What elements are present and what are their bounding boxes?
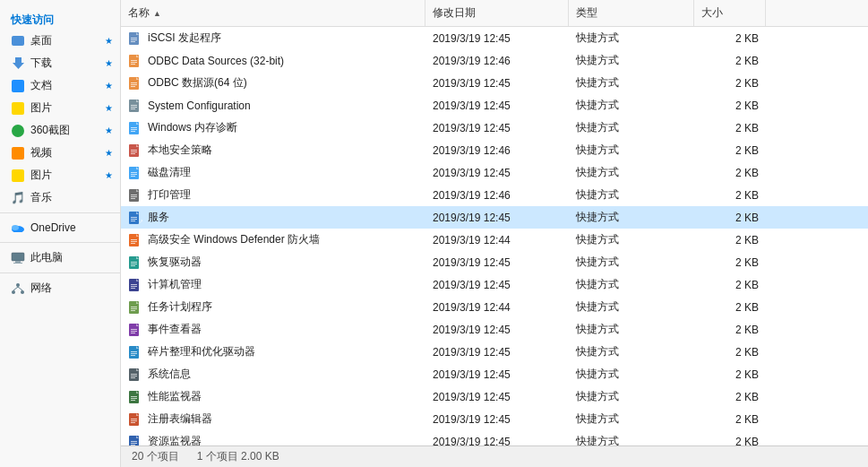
svg-rect-88 xyxy=(131,310,135,311)
file-icon-14: ↗ xyxy=(128,345,142,359)
table-row[interactable]: ↗ ODBC 数据源(64 位) 2019/3/19 12:45 快捷方式 2 … xyxy=(121,72,868,94)
cell-type-8: 快捷方式 xyxy=(569,208,694,227)
svg-rect-45 xyxy=(131,151,137,152)
cell-size-17: 2 KB xyxy=(694,411,766,428)
file-name-12: 任务计划程序 xyxy=(148,299,212,315)
cell-date-5: 2019/3/19 12:46 xyxy=(425,143,569,159)
table-row[interactable]: ↗ 磁盘清理 2019/3/19 12:45 快捷方式 2 KB xyxy=(121,161,868,184)
table-row[interactable]: ↗ 本地安全策略 2019/3/19 12:46 快捷方式 2 KB xyxy=(121,139,868,161)
cell-name-5: ↗ 本地安全策略 xyxy=(121,141,425,160)
svg-text:↗: ↗ xyxy=(139,129,142,134)
sidebar-item-network[interactable]: 网络 xyxy=(0,277,120,299)
svg-rect-56 xyxy=(131,195,137,195)
col-header-type[interactable]: 类型 xyxy=(569,0,694,26)
file-name-17: 注册表编辑器 xyxy=(148,411,212,427)
sidebar: 快速访问 桌面 ★ 下载 ★ 文档 ★ 图片 ★ 360截图 ★ 视频 ★ 图片… xyxy=(0,0,121,467)
sidebar-item-video[interactable]: 视频 ★ xyxy=(0,142,120,164)
cell-date-4: 2019/3/19 12:45 xyxy=(425,120,569,136)
sidebar-item-download[interactable]: 下载 ★ xyxy=(0,52,120,74)
table-row[interactable]: ↗ 事件查看器 2019/3/19 12:45 快捷方式 2 KB xyxy=(121,318,868,341)
file-icon-10: ↗ xyxy=(128,255,142,270)
svg-rect-32 xyxy=(131,105,137,106)
cell-size-2: 2 KB xyxy=(694,75,766,91)
table-row[interactable]: ↗ 注册表编辑器 2019/3/19 12:45 快捷方式 2 KB xyxy=(121,408,868,430)
svg-rect-75 xyxy=(131,264,137,264)
file-name-16: 性能监视器 xyxy=(148,389,202,404)
file-name-9: 高级安全 Windows Defender 防火墙 xyxy=(148,232,320,247)
svg-text:↗: ↗ xyxy=(139,353,142,359)
cell-name-15: ↗ 系统信息 xyxy=(121,365,425,384)
file-icon-0: ↗ xyxy=(128,31,142,46)
table-row[interactable]: ↗ 服务 2019/3/19 12:45 快捷方式 2 KB xyxy=(121,206,868,229)
sidebar-label-desktop: 桌面 xyxy=(30,33,52,48)
pin-icon-pics: ★ xyxy=(105,103,113,113)
svg-text:↗: ↗ xyxy=(139,331,142,336)
table-row[interactable]: ↗ 系统信息 2019/3/19 12:45 快捷方式 2 KB xyxy=(121,363,868,385)
cell-name-12: ↗ 任务计划程序 xyxy=(121,298,425,316)
cell-size-7: 2 KB xyxy=(694,187,766,203)
svg-point-9 xyxy=(21,290,24,294)
sidebar-item-pics[interactable]: 图片 ★ xyxy=(0,97,120,119)
svg-marker-0 xyxy=(13,57,24,69)
svg-point-7 xyxy=(16,283,20,287)
file-name-14: 碎片整理和优化驱动器 xyxy=(148,344,255,359)
sidebar-item-docs[interactable]: 文档 ★ xyxy=(0,74,120,97)
sidebar-item-music[interactable]: 🎵 音乐 xyxy=(0,186,120,209)
cell-name-1: ↗ ODBC Data Sources (32-bit) xyxy=(121,52,425,70)
svg-text:↗: ↗ xyxy=(139,420,142,426)
table-row[interactable]: ↗ 任务计划程序 2019/3/19 12:44 快捷方式 2 KB xyxy=(121,296,868,318)
sidebar-item-pics2[interactable]: 图片 ★ xyxy=(0,164,120,186)
svg-rect-16 xyxy=(131,41,135,42)
table-row[interactable]: ↗ 资源监视器 2019/3/19 12:45 快捷方式 2 KB xyxy=(121,430,868,445)
table-row[interactable]: ↗ iSCSI 发起程序 2019/3/19 12:45 快捷方式 2 KB xyxy=(121,27,868,49)
table-row[interactable]: ↗ Windows 内存诊断 2019/3/19 12:45 快捷方式 2 KB xyxy=(121,117,868,139)
svg-rect-52 xyxy=(131,176,135,177)
file-icon-12: ↗ xyxy=(128,300,142,315)
table-row[interactable]: ↗ 恢复驱动器 2019/3/19 12:45 快捷方式 2 KB xyxy=(121,251,868,273)
cell-date-11: 2019/3/19 12:45 xyxy=(425,277,569,293)
file-name-2: ODBC 数据源(64 位) xyxy=(148,75,247,91)
table-row[interactable]: ↗ 性能监视器 2019/3/19 12:45 快捷方式 2 KB xyxy=(121,385,868,408)
file-icon-8: ↗ xyxy=(128,211,142,225)
col-header-date[interactable]: 修改日期 xyxy=(425,0,569,26)
svg-rect-74 xyxy=(131,262,137,263)
cell-size-15: 2 KB xyxy=(694,367,766,383)
table-row[interactable]: ↗ 高级安全 Windows Defender 防火墙 2019/3/19 12… xyxy=(121,229,868,251)
cell-size-0: 2 KB xyxy=(694,30,766,47)
svg-rect-3 xyxy=(12,253,24,261)
item-count: 20 个项目 xyxy=(132,449,179,464)
svg-rect-22 xyxy=(131,64,135,65)
svg-rect-104 xyxy=(131,374,137,375)
cell-name-10: ↗ 恢复驱动器 xyxy=(121,253,425,272)
svg-rect-112 xyxy=(131,400,135,401)
file-list: ↗ iSCSI 发起程序 2019/3/19 12:45 快捷方式 2 KB ↗… xyxy=(121,27,868,445)
360-icon xyxy=(11,124,25,138)
svg-text:↗: ↗ xyxy=(139,241,142,246)
sidebar-item-pc[interactable]: 此电脑 xyxy=(0,246,120,269)
cell-size-4: 2 KB xyxy=(694,120,766,136)
file-name-18: 资源监视器 xyxy=(148,434,202,445)
svg-rect-87 xyxy=(131,308,137,309)
svg-rect-63 xyxy=(131,219,137,220)
sidebar-label-pc: 此电脑 xyxy=(30,250,63,265)
cell-date-12: 2019/3/19 12:44 xyxy=(425,299,569,316)
sidebar-label-onedrive: OneDrive xyxy=(30,221,76,234)
pin-icon-download: ★ xyxy=(105,58,113,68)
table-row[interactable]: ↗ System Configuration 2019/3/19 12:45 快… xyxy=(121,94,868,117)
svg-rect-14 xyxy=(131,38,137,39)
file-icon-18: ↗ xyxy=(128,435,142,446)
svg-rect-94 xyxy=(131,333,135,333)
sidebar-item-desktop[interactable]: 桌面 ★ xyxy=(0,30,120,52)
sidebar-item-360[interactable]: 360截图 ★ xyxy=(0,119,120,142)
cell-date-17: 2019/3/19 12:45 xyxy=(425,411,569,428)
svg-rect-21 xyxy=(131,62,137,63)
table-row[interactable]: ↗ ODBC Data Sources (32-bit) 2019/3/19 1… xyxy=(121,49,868,72)
table-row[interactable]: ↗ 计算机管理 2019/3/19 12:45 快捷方式 2 KB xyxy=(121,273,868,296)
table-row[interactable]: ↗ 打印管理 2019/3/19 12:46 快捷方式 2 KB xyxy=(121,184,868,206)
col-header-size[interactable]: 大小 xyxy=(694,0,766,26)
col-header-name[interactable]: 名称 ▲ xyxy=(121,0,425,26)
table-row[interactable]: ↗ 碎片整理和优化驱动器 2019/3/19 12:45 快捷方式 2 KB xyxy=(121,341,868,363)
sidebar-item-onedrive[interactable]: OneDrive xyxy=(0,217,120,238)
cell-name-14: ↗ 碎片整理和优化驱动器 xyxy=(121,342,425,361)
svg-rect-44 xyxy=(131,150,137,151)
